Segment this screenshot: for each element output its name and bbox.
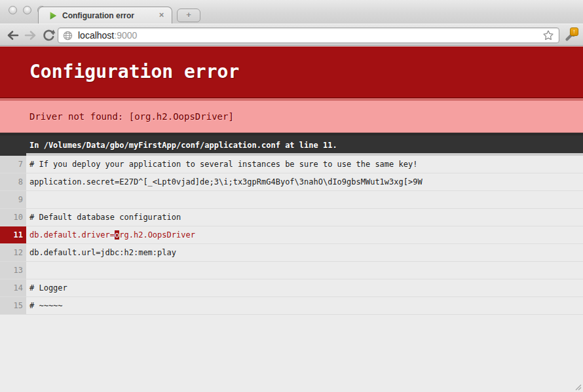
line-number: 13	[0, 262, 26, 279]
page-title: Configuration error	[0, 46, 583, 98]
line-code: # Default database configuration	[26, 209, 583, 226]
update-badge[interactable]: ↑	[570, 27, 578, 36]
forward-button[interactable]	[24, 28, 38, 43]
line-code: # ~~~~~	[26, 297, 583, 314]
bookmark-star-icon[interactable]	[542, 29, 554, 41]
source-line: 14 # Logger	[0, 279, 583, 297]
line-code: # If you deploy your application to seve…	[26, 153, 583, 170]
line-code: db.default.url=jdbc:h2:mem:play	[26, 244, 583, 261]
line-number: 8	[0, 173, 26, 190]
line-code: application.secret=E27D^[_<Lpt0vjad]de;3…	[26, 173, 583, 190]
page-content: Configuration error Driver not found: [o…	[0, 46, 583, 392]
url-text[interactable]: localhost:9000	[78, 30, 542, 41]
play-framework-icon	[48, 11, 58, 20]
tab-close-icon[interactable]: ×	[157, 10, 166, 20]
back-button[interactable]	[5, 28, 20, 43]
line-code	[26, 262, 583, 279]
line-code: # Logger	[26, 279, 583, 296]
source-line-error: 11 db.default.driver=org.h2.OopsDriver	[0, 226, 583, 244]
new-tab-button[interactable]: +	[177, 9, 200, 22]
url-port: :9000	[114, 30, 137, 41]
address-bar[interactable]: localhost:9000	[58, 27, 559, 43]
line-number: 15	[0, 297, 26, 314]
tab-title: Configuration error	[62, 11, 157, 20]
source-line: 8 application.secret=E27D^[_<Lpt0vjad]de…	[0, 173, 583, 191]
window-minimize-button[interactable]	[23, 6, 31, 14]
window-close-button[interactable]	[9, 6, 17, 14]
tab-strip: Configuration error × +	[0, 0, 583, 24]
browser-tab[interactable]: Configuration error ×	[38, 7, 172, 24]
code-after-marker: rg.h2.OopsDriver	[119, 230, 195, 240]
url-host: localhost	[78, 30, 114, 41]
line-number: 12	[0, 244, 26, 261]
source-line: 12 db.default.url=jdbc:h2:mem:play	[0, 244, 583, 262]
source-line: 7 # If you deploy your application to se…	[0, 156, 583, 173]
source-code: 7 # If you deploy your application to se…	[0, 156, 583, 315]
line-code	[26, 191, 583, 208]
error-detail: Driver not found: [org.h2.OopsDriver]	[0, 98, 583, 133]
nav-toolbar: localhost:9000 ↑	[0, 24, 583, 46]
globe-icon	[63, 31, 73, 41]
source-line: 15 # ~~~~~	[0, 297, 583, 315]
line-number: 14	[0, 279, 26, 296]
line-number: 9	[0, 191, 26, 208]
line-number: 10	[0, 209, 26, 226]
resize-grip[interactable]	[573, 382, 582, 391]
error-location: In /Volumes/Data/gbo/myFirstApp/conf/app…	[0, 133, 583, 156]
line-code: db.default.driver=org.h2.OopsDriver	[26, 226, 583, 243]
source-line: 10 # Default database configuration	[0, 209, 583, 226]
code-before-marker: db.default.driver=	[29, 230, 115, 240]
line-number: 11	[0, 226, 26, 243]
reload-button[interactable]	[42, 28, 56, 43]
source-line: 9	[0, 191, 583, 209]
source-line: 13	[0, 262, 583, 279]
line-number: 7	[0, 156, 26, 173]
